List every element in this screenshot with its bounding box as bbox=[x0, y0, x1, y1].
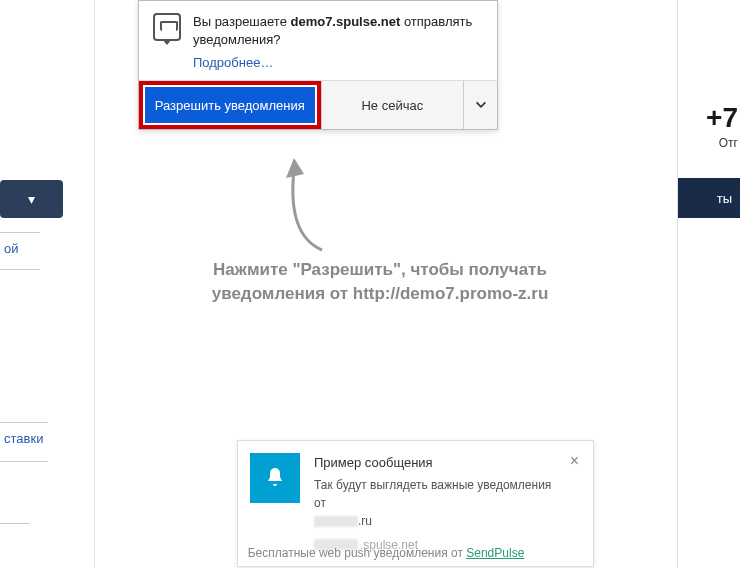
pointer-arrow-icon bbox=[272, 150, 342, 260]
sidebar-collapsed-button[interactable]: ▾ bbox=[0, 180, 63, 218]
permission-question-text: Вы разрешаете demo7.spulse.net отправлят… bbox=[193, 13, 483, 49]
phone-partial: +7 bbox=[706, 102, 738, 134]
footer-credit: Бесплатные web push уведомления от SendP… bbox=[94, 546, 678, 560]
sidebar-item-partial-1[interactable]: ой bbox=[0, 232, 40, 270]
sendpulse-link[interactable]: SendPulse bbox=[466, 546, 524, 560]
sample-title: Пример сообщения bbox=[314, 453, 554, 473]
bell-icon bbox=[250, 453, 300, 503]
phone-sublabel-partial: Отг bbox=[719, 136, 738, 150]
sidebar-item-partial-2[interactable]: ставки bbox=[0, 422, 48, 462]
speech-bubble-icon bbox=[153, 13, 181, 41]
notification-permission-prompt: Вы разрешаете demo7.spulse.net отправлят… bbox=[138, 0, 498, 130]
not-now-button[interactable]: Не сейчас bbox=[321, 81, 463, 129]
sample-domain-line: .ru bbox=[314, 512, 554, 530]
allow-notifications-button[interactable]: Разрешить уведомления bbox=[145, 87, 315, 123]
close-sample-button[interactable]: × bbox=[568, 453, 581, 554]
learn-more-link[interactable]: Подробнее… bbox=[139, 55, 497, 80]
header-button-partial[interactable]: ты bbox=[670, 178, 740, 218]
allow-button-highlight: Разрешить уведомления bbox=[139, 81, 321, 129]
chevron-down-icon: ▾ bbox=[28, 191, 35, 207]
sample-body-text: Так будут выглядеть важные уведомления о… bbox=[314, 476, 554, 512]
sidebar-item-partial-3[interactable] bbox=[0, 494, 30, 524]
instruction-text: Нажмите "Разрешить", чтобы получать увед… bbox=[130, 258, 630, 306]
chevron-down-icon bbox=[474, 98, 488, 112]
not-now-dropdown[interactable] bbox=[463, 81, 497, 129]
